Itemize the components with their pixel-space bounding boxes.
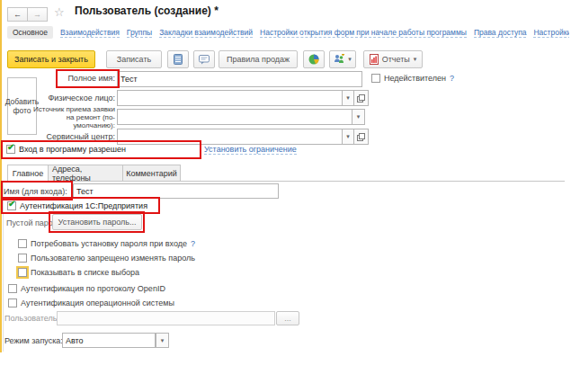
login-allowed-checkbox[interactable]: ✔ [6, 145, 15, 154]
tab-addresses-label: Адреса, телефоны [52, 165, 119, 183]
require-password-help-icon[interactable]: ? [191, 239, 195, 248]
report-icon [370, 54, 379, 65]
full-name-label: Полное имя: [27, 74, 115, 83]
browse-label: ... [284, 314, 291, 323]
page-title: Пользователь (создание) * [75, 4, 219, 17]
forbid-change-checkbox-row: Пользователю запрещено изменять пароль [18, 253, 195, 263]
add-user-icon [334, 54, 344, 65]
structure-button[interactable] [303, 50, 325, 68]
service-center-open-button[interactable] [353, 129, 369, 145]
comment-button[interactable] [193, 50, 215, 68]
repair-source-input[interactable] [117, 109, 352, 125]
tab-comment-label: Комментарий [126, 169, 177, 178]
tab-addresses[interactable]: Адреса, телефоны [48, 165, 123, 182]
require-password-checkbox[interactable] [18, 239, 27, 248]
auth-1c-label: Аутентификация 1С:Предприятия [20, 201, 147, 210]
nav-item-interactions[interactable]: Взаимодействия [60, 28, 120, 38]
service-center-input[interactable] [117, 129, 343, 145]
save-and-close-button[interactable]: Записать и закрыть [7, 50, 95, 68]
os-user-label: Пользователь: [4, 314, 59, 323]
chevron-down-icon: ▾ [161, 337, 165, 344]
login-allowed-label: Вход в программу разрешен [19, 145, 126, 154]
chevron-down-icon: ▾ [346, 94, 350, 102]
users-menu-button[interactable]: ▾ [329, 50, 356, 68]
nav-item-access-rights[interactable]: Права доступа [474, 28, 527, 38]
repair-source-label: Источник приема заявки на ремонт (по-умо… [27, 105, 115, 129]
show-in-list-label: Показывать в списке выбора [31, 268, 139, 277]
tabs-divider [3, 181, 565, 182]
person-dropdown-button[interactable]: ▾ [342, 90, 354, 106]
forbid-change-label: Пользователю запрещено изменять пароль [31, 254, 195, 263]
forward-button[interactable]: → [27, 7, 48, 22]
history-nav: ← → [7, 7, 48, 22]
list-icon [174, 54, 183, 65]
save-button[interactable]: Записать [106, 50, 162, 68]
show-in-list-checkbox[interactable] [18, 268, 27, 277]
auth-1c-checkbox[interactable]: ✔ [7, 201, 16, 210]
auth-openid-checkbox-row: Аутентификация по протоколу OpenID [8, 283, 165, 294]
repair-source-dropdown-button[interactable]: ▾ [352, 109, 365, 125]
nav-item-groups[interactable]: Группы [127, 28, 152, 38]
open-form-icon [357, 94, 365, 102]
comment-icon [199, 55, 210, 65]
set-restriction-link[interactable]: Установить ограничение [204, 145, 297, 155]
set-password-button[interactable]: Установить пароль... [52, 214, 142, 230]
auth-os-checkbox[interactable] [8, 298, 17, 307]
sales-rules-button[interactable]: Правила продаж [219, 50, 298, 68]
favorite-star-icon[interactable]: ☆ [54, 5, 65, 19]
journal-button[interactable] [167, 50, 189, 68]
forbid-change-password-checkbox[interactable] [18, 254, 27, 263]
reports-button[interactable]: Отчеты ▾ [363, 50, 423, 68]
check-icon: ✔ [7, 142, 14, 152]
run-mode-dropdown-button[interactable]: ▾ [156, 333, 169, 348]
person-label: Физическое лицо: [27, 94, 115, 102]
check-icon: ✔ [8, 199, 15, 209]
user-creation-window: ← → ☆ Пользователь (создание) * Основное… [0, 0, 571, 392]
os-user-browse-button[interactable]: ... [276, 311, 299, 325]
require-password-checkbox-row: Потребовать установку пароля при входе ? [18, 238, 195, 249]
person-open-button[interactable] [353, 90, 369, 106]
forward-icon: → [33, 10, 41, 19]
auth-1c-checkbox-row: ✔ Аутентификация 1С:Предприятия [7, 200, 147, 211]
run-mode-label: Режим запуска: [4, 336, 63, 345]
service-center-dropdown-button[interactable]: ▾ [342, 129, 354, 145]
auth-openid-checkbox[interactable] [8, 284, 17, 293]
nav-item-main[interactable]: Основное [7, 26, 53, 39]
window-accent-line [0, 0, 2, 352]
invalid-label: Недействителен [384, 74, 446, 83]
reports-label: Отчеты [382, 55, 410, 64]
invalid-help-icon[interactable]: ? [450, 74, 454, 83]
require-password-label: Потребовать установку пароля при входе [31, 239, 187, 248]
person-input[interactable] [117, 90, 343, 106]
tab-main-label: Главное [13, 169, 43, 178]
tab-main[interactable]: Главное [7, 165, 49, 182]
invalid-checkbox-row: Недействителен ? [371, 73, 454, 84]
tab-comment[interactable]: Комментарий [122, 165, 181, 182]
chevron-down-icon: ▾ [346, 133, 350, 140]
nav-item-interaction-tabs[interactable]: Закладки взаимодействий [159, 28, 253, 38]
open-form-icon [357, 133, 365, 141]
run-mode-input[interactable] [62, 333, 156, 348]
invalid-checkbox[interactable] [371, 74, 380, 83]
full-name-input[interactable] [117, 71, 362, 87]
show-in-list-checkbox-row: Показывать в списке выбора [18, 267, 139, 278]
back-icon: ← [13, 10, 22, 19]
pie-chart-icon [308, 54, 319, 65]
auth-openid-label: Аутентификация по протоколу OpenID [21, 284, 165, 293]
chevron-down-icon: ▾ [414, 56, 417, 63]
chevron-down-icon: ▾ [357, 113, 361, 120]
chevron-down-icon: ▾ [348, 56, 352, 63]
login-name-label: Имя (для входа): [4, 187, 67, 196]
service-center-label: Сервисный центр: [27, 132, 115, 141]
back-button[interactable]: ← [7, 7, 28, 22]
login-name-input[interactable] [73, 183, 279, 199]
auth-os-checkbox-row: Аутентификация операционной системы [8, 298, 174, 308]
tab-panel-border [3, 183, 4, 352]
login-allowed-checkbox-row: ✔ Вход в программу разрешен [6, 144, 126, 155]
section-nav: Основное Взаимодействия Группы Закладки … [7, 26, 569, 39]
nav-item-settings[interactable]: Настройки [533, 28, 569, 38]
sales-rules-label: Правила продаж [227, 55, 290, 64]
nav-item-startup-form-settings[interactable]: Настройки открытия форм при начале работ… [260, 28, 467, 38]
os-user-input[interactable] [57, 311, 275, 325]
set-password-label: Установить пароль... [58, 218, 137, 227]
